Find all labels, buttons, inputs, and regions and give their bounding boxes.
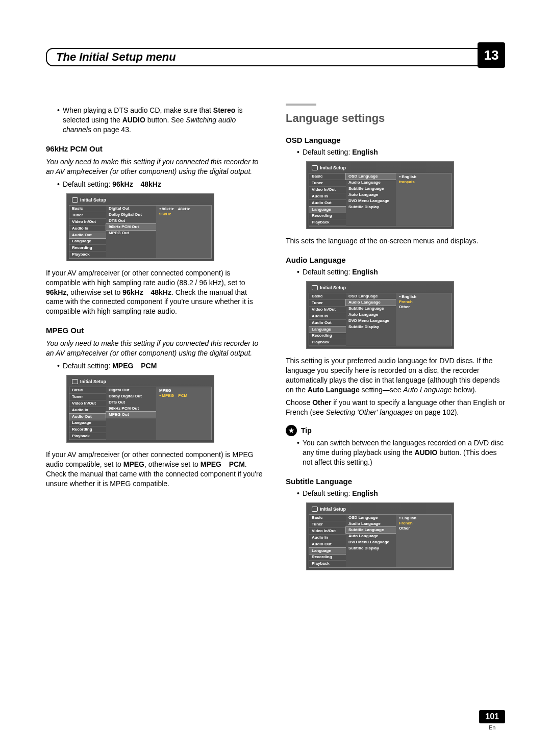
osd-mid-item: Audio Language (346, 180, 396, 186)
osd-mid-item: Dolby Digital Out (106, 393, 156, 399)
page-number: 101 (479, 710, 505, 723)
osd-option: English (398, 174, 449, 180)
osd-mid-item: Digital Out (106, 387, 156, 393)
osd-nav-item: Recording (69, 426, 106, 433)
default-96khz: Default setting: 96kHz 48kHz (57, 180, 265, 189)
section-bar-icon (286, 104, 316, 106)
default-value: English (352, 489, 378, 497)
chapter-header: The Initial Setup menu 13 (46, 46, 505, 68)
osd-nav-item: Audio In (309, 193, 346, 200)
osd-option: français (398, 180, 449, 185)
osd-mid-item: DVD Menu Language (346, 539, 396, 545)
osd-options: EnglishFrenchOther (396, 293, 451, 346)
right-column: Language settings OSD Language Default s… (286, 104, 505, 577)
osd-nav-item: Basic (69, 206, 106, 212)
osd-nav: BasicTunerVideo In/OutAudio InAudio OutL… (309, 293, 346, 346)
intro-bullet-text: When playing a DTS audio CD, make sure t… (63, 106, 265, 135)
osd-mid-item: Subtitle Display (346, 545, 396, 551)
osd-options: MPEGMPEG PCM (156, 387, 211, 440)
default-osd-language: Default setting: English (297, 147, 505, 157)
osd-options: 96kHz 48kHz96kHz (156, 206, 211, 258)
osd-mid-item: 96kHz PCM Out (106, 223, 157, 231)
osd-options: EnglishFrenchOther (396, 515, 451, 567)
osd-nav-item: Language (309, 326, 346, 333)
osd-option: Other (398, 526, 449, 531)
content-columns: When playing a DTS audio CD, make sure t… (46, 104, 505, 577)
osd-nav-item: Recording (69, 245, 106, 251)
osd-mid-item: Auto Language (346, 312, 396, 318)
default-label: Default setting: (303, 148, 352, 156)
osd-mid-item: Digital Out (106, 206, 156, 212)
default-mpeg: Default setting: MPEG PCM (57, 361, 265, 371)
note-mpeg: You only need to make this setting if yo… (46, 339, 265, 358)
osd-title: Initial Setup (69, 377, 212, 387)
osd-mid-item: Auto Language (346, 192, 396, 198)
osd-nav-item: Playback (69, 251, 106, 258)
after-96khz: If your AV amp/receiver (or other connec… (46, 268, 265, 316)
osd-nav-item: Basic (309, 173, 346, 180)
heading-subtitle-language: Subtitle Language (286, 476, 505, 487)
osd-option: French (398, 299, 449, 305)
osd-body: BasicTunerVideo In/OutAudio InAudio OutL… (69, 387, 212, 440)
osd-mid-item: MPEG Out (106, 411, 157, 418)
osd-body: BasicTunerVideo In/OutAudio InAudio OutL… (309, 293, 452, 346)
after-mpeg: If your AV amp/receiver (or other connec… (46, 450, 265, 489)
tip-text-content: You can switch between the languages rec… (303, 438, 505, 467)
osd-audio-language: Initial SetupBasicTunerVideo In/OutAudio… (306, 281, 454, 349)
intro-bullet: When playing a DTS audio CD, make sure t… (57, 106, 265, 135)
osd-option: MPEG (158, 388, 209, 393)
osd-nav-item: Tuner (309, 180, 346, 187)
osd-title: Initial Setup (309, 164, 452, 173)
left-column: When playing a DTS audio CD, make sure t… (46, 104, 265, 577)
osd-nav-item: Audio In (309, 535, 346, 541)
page: The Initial Setup menu 13 When playing a… (0, 0, 551, 756)
osd-nav-item: Video In/Out (309, 187, 346, 193)
default-label: Default setting: (63, 362, 112, 370)
default-value: MPEG PCM (112, 362, 157, 370)
osd-nav-item: Recording (309, 213, 346, 219)
chapter-number: 13 (478, 42, 505, 68)
osd-mid: OSD LanguageAudio LanguageSubtitle Langu… (346, 515, 396, 567)
osd-nav-item: Language (69, 420, 106, 426)
default-subtitle-language: Default setting: English (297, 489, 505, 498)
osd-nav: BasicTunerVideo In/OutAudio InAudio OutL… (69, 387, 106, 440)
osd-nav-item: Audio In (309, 313, 346, 320)
note-96khz: You only need to make this setting if yo… (46, 157, 265, 177)
chapter-title-wrap: The Initial Setup menu (46, 48, 478, 66)
osd-nav-item: Basic (309, 293, 346, 300)
osd-title: Initial Setup (309, 284, 452, 293)
tip-label: Tip (301, 426, 312, 436)
osd-mid-item: OSD Language (346, 515, 396, 521)
osd-nav-item: Video In/Out (69, 219, 106, 225)
osd-mid-item: Auto Language (346, 533, 396, 539)
default-label: Default setting: (303, 489, 352, 497)
osd-nav: BasicTunerVideo In/OutAudio InAudio OutL… (309, 173, 346, 226)
osd-mid: OSD LanguageAudio LanguageSubtitle Langu… (346, 173, 396, 226)
osd-96khz: Initial SetupBasicTunerVideo In/OutAudio… (66, 193, 214, 261)
osd-mid-item: Subtitle Language (346, 186, 396, 192)
osd-mid-item: Subtitle Language (345, 526, 396, 534)
after2-audio-language: Choose Other if you want to specify a la… (286, 398, 505, 417)
osd-option: Other (398, 305, 449, 310)
osd-nav-item: Tuner (69, 394, 106, 400)
osd-mid-item: DTS Out (106, 399, 156, 406)
osd-body: BasicTunerVideo In/OutAudio InAudio OutL… (309, 514, 452, 568)
page-lang: En (479, 724, 505, 730)
osd-nav-item: Video In/Out (309, 307, 346, 313)
osd-nav-item: Language (309, 206, 346, 213)
osd-mid-item: MPEG Out (106, 230, 156, 236)
osd-nav-item: Video In/Out (309, 528, 346, 535)
osd-nav-item: Tuner (69, 212, 106, 219)
osd-nav-item: Video In/Out (69, 400, 106, 407)
osd-option: English (398, 294, 449, 299)
osd-option: English (398, 516, 449, 521)
default-audio-language: Default setting: English (297, 267, 505, 277)
osd-option: 96kHz 48kHz (158, 207, 209, 212)
osd-osd-language: Initial SetupBasicTunerVideo In/OutAudio… (306, 161, 454, 229)
tip-row: Tip (286, 425, 505, 436)
osd-body: BasicTunerVideo In/OutAudio InAudio OutL… (69, 205, 212, 259)
osd-mid: Digital OutDolby Digital OutDTS Out96kHz… (106, 387, 156, 440)
osd-nav-item: Recording (309, 554, 346, 561)
default-value: English (352, 268, 378, 276)
osd-mid-item: DVD Menu Language (346, 318, 396, 324)
